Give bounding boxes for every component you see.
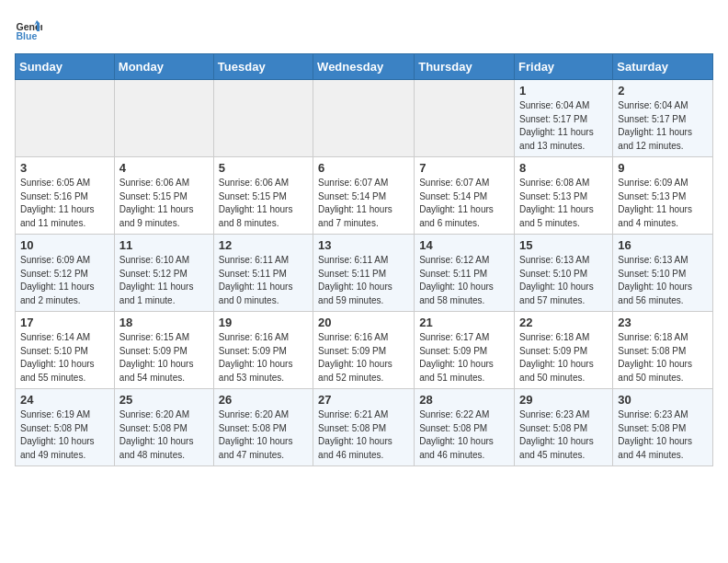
day-number: 9 xyxy=(618,161,708,175)
calendar-cell: 29Sunrise: 6:23 AMSunset: 5:08 PMDayligh… xyxy=(515,389,613,466)
day-info: Sunrise: 6:15 AMSunset: 5:09 PMDaylight:… xyxy=(119,331,209,385)
day-number: 10 xyxy=(20,238,109,252)
calendar-cell: 23Sunrise: 6:18 AMSunset: 5:08 PMDayligh… xyxy=(613,312,713,389)
day-info: Sunrise: 6:12 AMSunset: 5:11 PMDaylight:… xyxy=(419,254,509,307)
calendar-week-2: 10Sunrise: 6:09 AMSunset: 5:12 PMDayligh… xyxy=(16,235,713,312)
calendar-week-3: 17Sunrise: 6:14 AMSunset: 5:10 PMDayligh… xyxy=(16,312,713,389)
calendar-table: SundayMondayTuesdayWednesdayThursdayFrid… xyxy=(15,53,713,466)
day-number: 22 xyxy=(519,316,608,329)
column-header-sunday: Sunday xyxy=(16,54,115,80)
column-header-saturday: Saturday xyxy=(613,54,713,80)
day-info: Sunrise: 6:11 AMSunset: 5:11 PMDaylight:… xyxy=(318,254,409,307)
day-number: 17 xyxy=(20,316,109,329)
column-header-monday: Monday xyxy=(114,54,213,80)
day-number: 14 xyxy=(419,238,509,252)
calendar-cell: 8Sunrise: 6:08 AMSunset: 5:13 PMDaylight… xyxy=(515,157,613,235)
day-info: Sunrise: 6:22 AMSunset: 5:08 PMDaylight:… xyxy=(419,408,509,462)
calendar-cell: 1Sunrise: 6:04 AMSunset: 5:17 PMDaylight… xyxy=(515,80,613,157)
day-number: 29 xyxy=(519,393,608,407)
calendar-cell: 26Sunrise: 6:20 AMSunset: 5:08 PMDayligh… xyxy=(213,389,313,466)
day-info: Sunrise: 6:23 AMSunset: 5:08 PMDaylight:… xyxy=(618,408,708,462)
day-info: Sunrise: 6:09 AMSunset: 5:12 PMDaylight:… xyxy=(20,254,109,307)
day-info: Sunrise: 6:09 AMSunset: 5:13 PMDaylight:… xyxy=(618,177,708,230)
day-number: 3 xyxy=(20,161,109,175)
day-info: Sunrise: 6:23 AMSunset: 5:08 PMDaylight:… xyxy=(519,408,608,462)
calendar-cell: 18Sunrise: 6:15 AMSunset: 5:09 PMDayligh… xyxy=(114,312,213,389)
day-number: 2 xyxy=(618,84,708,98)
calendar-week-4: 24Sunrise: 6:19 AMSunset: 5:08 PMDayligh… xyxy=(16,389,713,466)
day-number: 18 xyxy=(119,316,209,329)
day-info: Sunrise: 6:16 AMSunset: 5:09 PMDaylight:… xyxy=(219,331,308,385)
day-number: 16 xyxy=(618,238,708,252)
day-info: Sunrise: 6:13 AMSunset: 5:10 PMDaylight:… xyxy=(519,254,608,307)
calendar-cell: 10Sunrise: 6:09 AMSunset: 5:12 PMDayligh… xyxy=(16,235,115,312)
day-number: 25 xyxy=(119,393,209,407)
day-info: Sunrise: 6:18 AMSunset: 5:09 PMDaylight:… xyxy=(519,331,608,385)
day-number: 28 xyxy=(419,393,509,407)
calendar-header-row: SundayMondayTuesdayWednesdayThursdayFrid… xyxy=(16,54,713,80)
calendar-cell: 5Sunrise: 6:06 AMSunset: 5:15 PMDaylight… xyxy=(213,157,313,235)
day-info: Sunrise: 6:18 AMSunset: 5:08 PMDaylight:… xyxy=(618,331,708,385)
calendar-cell: 12Sunrise: 6:11 AMSunset: 5:11 PMDayligh… xyxy=(213,235,313,312)
logo-icon: General Blue xyxy=(15,15,42,42)
calendar-cell xyxy=(16,80,115,157)
calendar-cell: 13Sunrise: 6:11 AMSunset: 5:11 PMDayligh… xyxy=(313,235,415,312)
day-info: Sunrise: 6:04 AMSunset: 5:17 PMDaylight:… xyxy=(618,99,708,153)
calendar-week-0: 1Sunrise: 6:04 AMSunset: 5:17 PMDaylight… xyxy=(16,80,713,157)
calendar-cell: 6Sunrise: 6:07 AMSunset: 5:14 PMDaylight… xyxy=(313,157,415,235)
calendar-cell: 28Sunrise: 6:22 AMSunset: 5:08 PMDayligh… xyxy=(415,389,515,466)
day-number: 24 xyxy=(20,393,109,407)
day-info: Sunrise: 6:11 AMSunset: 5:11 PMDaylight:… xyxy=(219,254,308,307)
day-info: Sunrise: 6:20 AMSunset: 5:08 PMDaylight:… xyxy=(119,408,209,462)
day-number: 8 xyxy=(519,161,608,175)
calendar-cell: 2Sunrise: 6:04 AMSunset: 5:17 PMDaylight… xyxy=(613,80,713,157)
day-info: Sunrise: 6:04 AMSunset: 5:17 PMDaylight:… xyxy=(519,99,608,153)
day-info: Sunrise: 6:07 AMSunset: 5:14 PMDaylight:… xyxy=(318,177,409,230)
day-info: Sunrise: 6:16 AMSunset: 5:09 PMDaylight:… xyxy=(318,331,409,385)
day-info: Sunrise: 6:05 AMSunset: 5:16 PMDaylight:… xyxy=(20,177,109,230)
calendar-cell: 17Sunrise: 6:14 AMSunset: 5:10 PMDayligh… xyxy=(16,312,115,389)
day-number: 30 xyxy=(618,393,708,407)
column-header-thursday: Thursday xyxy=(415,54,515,80)
day-number: 4 xyxy=(119,161,209,175)
calendar-cell xyxy=(213,80,313,157)
day-number: 27 xyxy=(318,393,409,407)
day-info: Sunrise: 6:19 AMSunset: 5:08 PMDaylight:… xyxy=(20,408,109,462)
calendar-cell: 9Sunrise: 6:09 AMSunset: 5:13 PMDaylight… xyxy=(613,157,713,235)
day-info: Sunrise: 6:06 AMSunset: 5:15 PMDaylight:… xyxy=(219,177,308,230)
calendar-cell: 20Sunrise: 6:16 AMSunset: 5:09 PMDayligh… xyxy=(313,312,415,389)
column-header-friday: Friday xyxy=(515,54,613,80)
column-header-wednesday: Wednesday xyxy=(313,54,415,80)
day-info: Sunrise: 6:14 AMSunset: 5:10 PMDaylight:… xyxy=(20,331,109,385)
day-number: 1 xyxy=(519,84,608,98)
calendar-cell: 15Sunrise: 6:13 AMSunset: 5:10 PMDayligh… xyxy=(515,235,613,312)
day-number: 6 xyxy=(318,161,409,175)
day-info: Sunrise: 6:08 AMSunset: 5:13 PMDaylight:… xyxy=(519,177,608,230)
calendar-cell: 16Sunrise: 6:13 AMSunset: 5:10 PMDayligh… xyxy=(613,235,713,312)
day-number: 21 xyxy=(419,316,509,329)
day-number: 20 xyxy=(318,316,409,329)
calendar-week-1: 3Sunrise: 6:05 AMSunset: 5:16 PMDaylight… xyxy=(16,157,713,235)
day-number: 26 xyxy=(219,393,308,407)
day-number: 19 xyxy=(219,316,308,329)
calendar-cell: 21Sunrise: 6:17 AMSunset: 5:09 PMDayligh… xyxy=(415,312,515,389)
svg-text:Blue: Blue xyxy=(17,30,38,41)
calendar-cell: 19Sunrise: 6:16 AMSunset: 5:09 PMDayligh… xyxy=(213,312,313,389)
day-number: 23 xyxy=(618,316,708,329)
page-header: General Blue xyxy=(15,15,713,42)
calendar-cell xyxy=(114,80,213,157)
calendar-cell: 4Sunrise: 6:06 AMSunset: 5:15 PMDaylight… xyxy=(114,157,213,235)
calendar-cell: 27Sunrise: 6:21 AMSunset: 5:08 PMDayligh… xyxy=(313,389,415,466)
calendar-cell: 11Sunrise: 6:10 AMSunset: 5:12 PMDayligh… xyxy=(114,235,213,312)
calendar-cell: 22Sunrise: 6:18 AMSunset: 5:09 PMDayligh… xyxy=(515,312,613,389)
calendar-cell: 25Sunrise: 6:20 AMSunset: 5:08 PMDayligh… xyxy=(114,389,213,466)
day-number: 7 xyxy=(419,161,509,175)
calendar-cell xyxy=(415,80,515,157)
day-info: Sunrise: 6:06 AMSunset: 5:15 PMDaylight:… xyxy=(119,177,209,230)
calendar-cell: 14Sunrise: 6:12 AMSunset: 5:11 PMDayligh… xyxy=(415,235,515,312)
day-number: 15 xyxy=(519,238,608,252)
day-number: 11 xyxy=(119,238,209,252)
calendar-cell: 24Sunrise: 6:19 AMSunset: 5:08 PMDayligh… xyxy=(16,389,115,466)
calendar-cell: 30Sunrise: 6:23 AMSunset: 5:08 PMDayligh… xyxy=(613,389,713,466)
day-info: Sunrise: 6:17 AMSunset: 5:09 PMDaylight:… xyxy=(419,331,509,385)
